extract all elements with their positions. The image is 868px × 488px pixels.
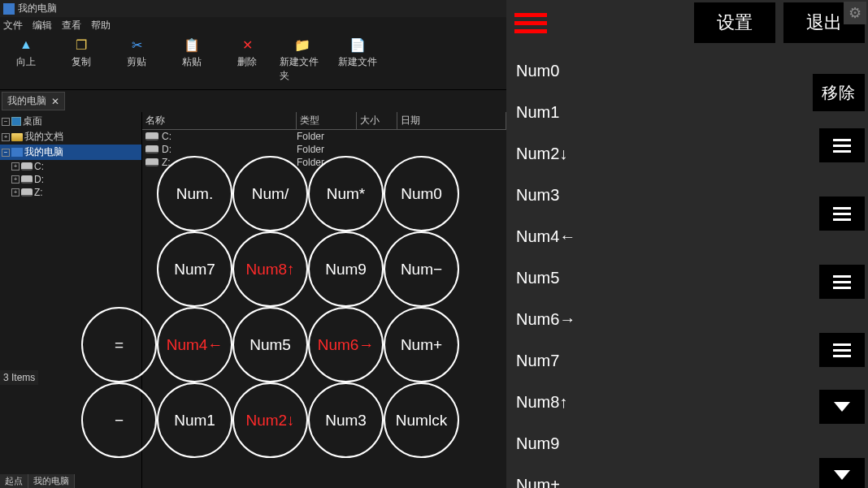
numpad-option[interactable]: Num4← <box>516 216 807 257</box>
toolbar-label: 粘贴 <box>182 55 202 69</box>
drv-icon <box>21 188 33 196</box>
numpad-option[interactable]: Num0 <box>516 50 807 92</box>
numpad-option[interactable]: Num9 <box>516 423 807 464</box>
item-type: Folder <box>297 144 357 155</box>
remove-button[interactable]: 移除 <box>813 74 865 111</box>
expand-icon[interactable]: + <box>2 133 10 141</box>
numpad-option[interactable]: Num+ <box>516 464 807 488</box>
drv-icon <box>21 175 33 184</box>
menu-item[interactable]: 帮助 <box>91 19 111 32</box>
dropdown-button[interactable] <box>819 390 865 424</box>
settings-button[interactable]: 设置 <box>694 2 775 43</box>
item-name: D: <box>162 144 171 155</box>
tab-my-computer[interactable]: 我的电脑 ✕ <box>2 92 65 110</box>
numpad-option[interactable]: Num6→ <box>516 299 807 340</box>
numpad-key[interactable]: Num8↑ <box>232 231 308 307</box>
numpad-option[interactable]: Num1 <box>516 92 807 133</box>
numpad-option[interactable]: Num8↑ <box>516 382 807 423</box>
expand-icon[interactable]: + <box>11 162 20 171</box>
item-name: C: <box>162 131 171 142</box>
col-type[interactable]: 类型 <box>297 112 357 129</box>
numpad-key[interactable]: Num5 <box>232 307 308 382</box>
footer-tab[interactable]: 我的电脑 <box>28 474 75 488</box>
dropdown-button[interactable] <box>819 458 865 488</box>
numpad-key[interactable]: Num6→ <box>308 307 384 382</box>
expand-icon[interactable]: − <box>2 149 10 157</box>
numpad-key[interactable]: Num0 <box>384 156 459 231</box>
paste-icon: 📋 <box>184 37 199 52</box>
numpad-key[interactable]: Num− <box>384 231 459 307</box>
toolbar-label: 剪贴 <box>127 55 146 69</box>
numpad-key[interactable]: Num2↓ <box>232 382 308 458</box>
pc-icon <box>11 148 23 157</box>
numpad-option[interactable]: Num7 <box>516 340 807 382</box>
remove-label: 移除 <box>822 82 856 104</box>
tree-label: 我的文档 <box>24 130 63 144</box>
expand-icon[interactable]: + <box>11 188 20 196</box>
list-item[interactable]: C:Folder <box>142 130 506 143</box>
window-title: 我的电脑 <box>18 2 57 15</box>
tree-label: 我的电脑 <box>24 145 63 159</box>
gear-icon[interactable]: ⚙ <box>844 2 866 24</box>
toolbar-label: 删除 <box>237 55 257 69</box>
expand-icon[interactable]: − <box>2 118 10 126</box>
up-icon: ▲ <box>19 37 33 52</box>
numpad-key[interactable]: = <box>81 307 157 382</box>
toolbar-nf-button[interactable]: 📄新建文件 <box>335 37 380 83</box>
numpad-key[interactable]: Num1 <box>157 382 232 458</box>
numpad-key[interactable]: Num* <box>308 156 384 231</box>
menu-item[interactable]: 文件 <box>3 19 23 32</box>
virtual-numpad: Num.Num/Num*Num0Num7Num8↑Num9Num−=Num4←N… <box>81 156 459 458</box>
col-name[interactable]: 名称 <box>142 112 297 129</box>
numpad-option[interactable]: Num5 <box>516 257 807 299</box>
menu-item[interactable]: 查看 <box>62 19 81 32</box>
chevron-down-icon <box>834 402 850 412</box>
numpad-key[interactable]: Num7 <box>157 231 232 307</box>
footer-tab[interactable]: 起点 <box>0 474 28 488</box>
drag-handle-button[interactable] <box>819 265 865 299</box>
toolbar-nf-button[interactable]: 📁新建文件夹 <box>280 37 325 83</box>
footer-tabs: 起点我的电脑 <box>0 474 75 488</box>
tree-node[interactable]: −桌面 <box>0 114 141 129</box>
tree-node[interactable]: +我的文档 <box>0 129 141 145</box>
toolbar-copy-button[interactable]: ❐复制 <box>59 37 104 83</box>
tree-label: 桌面 <box>23 114 42 128</box>
numpad-key[interactable]: Num/ <box>232 156 308 231</box>
numpad-key[interactable]: − <box>81 382 157 458</box>
numpad-key[interactable]: Numlck <box>384 382 459 458</box>
expand-icon[interactable]: + <box>11 175 20 184</box>
toolbar-cut-button[interactable]: ✂剪贴 <box>114 37 159 83</box>
menu-item[interactable]: 编辑 <box>33 19 52 32</box>
drv-icon <box>21 162 33 171</box>
numpad-key[interactable]: Num3 <box>308 382 384 458</box>
col-date[interactable]: 日期 <box>397 112 506 129</box>
toolbar-up-button[interactable]: ▲向上 <box>3 37 49 83</box>
close-icon[interactable]: ✕ <box>51 96 59 107</box>
numpad-key[interactable]: Num9 <box>308 231 384 307</box>
status-bar: 3 Items <box>0 370 38 385</box>
drag-handle-button[interactable] <box>819 196 865 231</box>
control-panel: 设置 退出 ⚙ 移除 Num0Num1Num2↓Num3Num4←Num5Num… <box>506 0 868 488</box>
hamburger-icon[interactable] <box>514 13 547 33</box>
toolbar-label: 向上 <box>16 55 36 69</box>
drag-handle-icon <box>833 343 851 357</box>
drag-handle-icon <box>833 139 851 153</box>
chevron-down-icon <box>834 470 850 480</box>
numpad-key[interactable]: Num. <box>157 156 232 231</box>
list-item[interactable]: D:Folder <box>142 143 506 156</box>
numpad-option[interactable]: Num3 <box>516 175 807 216</box>
numpad-key[interactable]: Num+ <box>384 307 459 382</box>
drag-handle-button[interactable] <box>819 333 865 367</box>
toolbar: ▲向上❐复制✂剪贴📋粘贴✕删除📁新建文件夹📄新建文件 <box>0 34 506 90</box>
toolbar-label: 新建文件夹 <box>280 55 325 83</box>
toolbar-paste-button[interactable]: 📋粘贴 <box>169 37 215 83</box>
col-size[interactable]: 大小 <box>357 112 397 129</box>
list-header: 名称 类型 大小 日期 <box>142 112 506 130</box>
numpad-option[interactable]: Num2↓ <box>516 133 807 175</box>
drive-icon <box>145 132 158 140</box>
numpad-options-list[interactable]: Num0Num1Num2↓Num3Num4←Num5Num6→Num7Num8↑… <box>506 45 807 488</box>
numpad-key[interactable]: Num4← <box>157 307 232 382</box>
drag-handle-icon <box>833 275 851 289</box>
drag-handle-button[interactable] <box>819 128 865 162</box>
toolbar-del-button[interactable]: ✕删除 <box>224 37 270 83</box>
